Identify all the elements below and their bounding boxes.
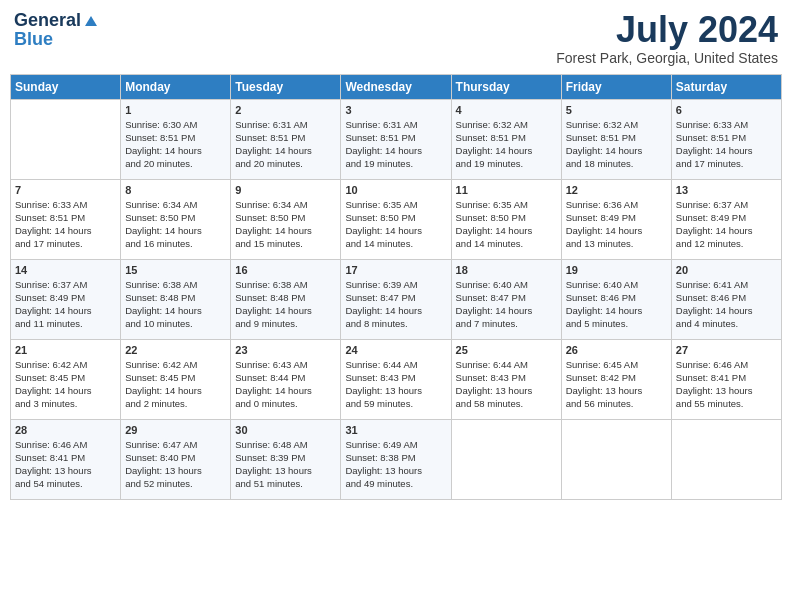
day-info: Sunrise: 6:36 AM Sunset: 8:49 PM Dayligh… xyxy=(566,198,667,251)
header-thursday: Thursday xyxy=(451,74,561,99)
day-number: 29 xyxy=(125,424,226,436)
day-info: Sunrise: 6:48 AM Sunset: 8:39 PM Dayligh… xyxy=(235,438,336,491)
week-row-1: 7Sunrise: 6:33 AM Sunset: 8:51 PM Daylig… xyxy=(11,179,782,259)
week-row-4: 28Sunrise: 6:46 AM Sunset: 8:41 PM Dayli… xyxy=(11,419,782,499)
day-number: 3 xyxy=(345,104,446,116)
logo-line2: Blue xyxy=(14,29,53,50)
calendar-cell: 11Sunrise: 6:35 AM Sunset: 8:50 PM Dayli… xyxy=(451,179,561,259)
calendar-cell: 10Sunrise: 6:35 AM Sunset: 8:50 PM Dayli… xyxy=(341,179,451,259)
calendar-cell: 17Sunrise: 6:39 AM Sunset: 8:47 PM Dayli… xyxy=(341,259,451,339)
day-number: 11 xyxy=(456,184,557,196)
day-number: 27 xyxy=(676,344,777,356)
calendar-cell: 26Sunrise: 6:45 AM Sunset: 8:42 PM Dayli… xyxy=(561,339,671,419)
title-block: July 2024 Forest Park, Georgia, United S… xyxy=(556,10,778,66)
day-info: Sunrise: 6:32 AM Sunset: 8:51 PM Dayligh… xyxy=(566,118,667,171)
calendar-cell: 24Sunrise: 6:44 AM Sunset: 8:43 PM Dayli… xyxy=(341,339,451,419)
day-info: Sunrise: 6:35 AM Sunset: 8:50 PM Dayligh… xyxy=(345,198,446,251)
day-number: 25 xyxy=(456,344,557,356)
calendar-cell: 5Sunrise: 6:32 AM Sunset: 8:51 PM Daylig… xyxy=(561,99,671,179)
svg-marker-0 xyxy=(85,16,97,26)
week-row-0: 1Sunrise: 6:30 AM Sunset: 8:51 PM Daylig… xyxy=(11,99,782,179)
calendar-cell: 29Sunrise: 6:47 AM Sunset: 8:40 PM Dayli… xyxy=(121,419,231,499)
calendar-cell: 7Sunrise: 6:33 AM Sunset: 8:51 PM Daylig… xyxy=(11,179,121,259)
day-info: Sunrise: 6:41 AM Sunset: 8:46 PM Dayligh… xyxy=(676,278,777,331)
day-number: 20 xyxy=(676,264,777,276)
calendar-cell: 15Sunrise: 6:38 AM Sunset: 8:48 PM Dayli… xyxy=(121,259,231,339)
calendar-cell: 20Sunrise: 6:41 AM Sunset: 8:46 PM Dayli… xyxy=(671,259,781,339)
calendar-cell: 12Sunrise: 6:36 AM Sunset: 8:49 PM Dayli… xyxy=(561,179,671,259)
day-number: 13 xyxy=(676,184,777,196)
day-number: 16 xyxy=(235,264,336,276)
day-info: Sunrise: 6:33 AM Sunset: 8:51 PM Dayligh… xyxy=(15,198,116,251)
calendar-cell: 23Sunrise: 6:43 AM Sunset: 8:44 PM Dayli… xyxy=(231,339,341,419)
calendar-cell: 3Sunrise: 6:31 AM Sunset: 8:51 PM Daylig… xyxy=(341,99,451,179)
calendar-cell: 21Sunrise: 6:42 AM Sunset: 8:45 PM Dayli… xyxy=(11,339,121,419)
day-number: 30 xyxy=(235,424,336,436)
week-row-2: 14Sunrise: 6:37 AM Sunset: 8:49 PM Dayli… xyxy=(11,259,782,339)
calendar-table: SundayMondayTuesdayWednesdayThursdayFrid… xyxy=(10,74,782,500)
day-number: 14 xyxy=(15,264,116,276)
calendar-cell xyxy=(671,419,781,499)
day-info: Sunrise: 6:46 AM Sunset: 8:41 PM Dayligh… xyxy=(15,438,116,491)
day-number: 6 xyxy=(676,104,777,116)
calendar-cell: 6Sunrise: 6:33 AM Sunset: 8:51 PM Daylig… xyxy=(671,99,781,179)
day-number: 19 xyxy=(566,264,667,276)
month-title: July 2024 xyxy=(556,10,778,50)
day-number: 23 xyxy=(235,344,336,356)
calendar-cell: 9Sunrise: 6:34 AM Sunset: 8:50 PM Daylig… xyxy=(231,179,341,259)
day-info: Sunrise: 6:32 AM Sunset: 8:51 PM Dayligh… xyxy=(456,118,557,171)
header-tuesday: Tuesday xyxy=(231,74,341,99)
day-number: 1 xyxy=(125,104,226,116)
day-number: 31 xyxy=(345,424,446,436)
calendar-cell: 13Sunrise: 6:37 AM Sunset: 8:49 PM Dayli… xyxy=(671,179,781,259)
day-info: Sunrise: 6:46 AM Sunset: 8:41 PM Dayligh… xyxy=(676,358,777,411)
day-number: 21 xyxy=(15,344,116,356)
logo-line1: General xyxy=(14,10,100,31)
calendar-cell: 27Sunrise: 6:46 AM Sunset: 8:41 PM Dayli… xyxy=(671,339,781,419)
calendar-cell: 25Sunrise: 6:44 AM Sunset: 8:43 PM Dayli… xyxy=(451,339,561,419)
day-info: Sunrise: 6:44 AM Sunset: 8:43 PM Dayligh… xyxy=(345,358,446,411)
calendar-cell xyxy=(561,419,671,499)
day-info: Sunrise: 6:43 AM Sunset: 8:44 PM Dayligh… xyxy=(235,358,336,411)
day-number: 15 xyxy=(125,264,226,276)
day-info: Sunrise: 6:38 AM Sunset: 8:48 PM Dayligh… xyxy=(235,278,336,331)
page-header: General Blue July 2024 Forest Park, Geor… xyxy=(10,10,782,66)
calendar-cell: 19Sunrise: 6:40 AM Sunset: 8:46 PM Dayli… xyxy=(561,259,671,339)
header-sunday: Sunday xyxy=(11,74,121,99)
day-info: Sunrise: 6:42 AM Sunset: 8:45 PM Dayligh… xyxy=(125,358,226,411)
day-info: Sunrise: 6:47 AM Sunset: 8:40 PM Dayligh… xyxy=(125,438,226,491)
calendar-cell xyxy=(11,99,121,179)
day-info: Sunrise: 6:40 AM Sunset: 8:47 PM Dayligh… xyxy=(456,278,557,331)
day-info: Sunrise: 6:34 AM Sunset: 8:50 PM Dayligh… xyxy=(235,198,336,251)
day-number: 8 xyxy=(125,184,226,196)
day-info: Sunrise: 6:42 AM Sunset: 8:45 PM Dayligh… xyxy=(15,358,116,411)
location: Forest Park, Georgia, United States xyxy=(556,50,778,66)
day-number: 4 xyxy=(456,104,557,116)
header-wednesday: Wednesday xyxy=(341,74,451,99)
day-number: 17 xyxy=(345,264,446,276)
day-info: Sunrise: 6:37 AM Sunset: 8:49 PM Dayligh… xyxy=(15,278,116,331)
day-info: Sunrise: 6:33 AM Sunset: 8:51 PM Dayligh… xyxy=(676,118,777,171)
day-info: Sunrise: 6:44 AM Sunset: 8:43 PM Dayligh… xyxy=(456,358,557,411)
day-number: 5 xyxy=(566,104,667,116)
day-number: 26 xyxy=(566,344,667,356)
calendar-cell xyxy=(451,419,561,499)
day-info: Sunrise: 6:37 AM Sunset: 8:49 PM Dayligh… xyxy=(676,198,777,251)
day-info: Sunrise: 6:30 AM Sunset: 8:51 PM Dayligh… xyxy=(125,118,226,171)
calendar-cell: 4Sunrise: 6:32 AM Sunset: 8:51 PM Daylig… xyxy=(451,99,561,179)
calendar-cell: 14Sunrise: 6:37 AM Sunset: 8:49 PM Dayli… xyxy=(11,259,121,339)
day-info: Sunrise: 6:34 AM Sunset: 8:50 PM Dayligh… xyxy=(125,198,226,251)
day-info: Sunrise: 6:31 AM Sunset: 8:51 PM Dayligh… xyxy=(235,118,336,171)
day-number: 18 xyxy=(456,264,557,276)
day-info: Sunrise: 6:35 AM Sunset: 8:50 PM Dayligh… xyxy=(456,198,557,251)
header-friday: Friday xyxy=(561,74,671,99)
day-number: 22 xyxy=(125,344,226,356)
day-number: 2 xyxy=(235,104,336,116)
day-number: 24 xyxy=(345,344,446,356)
day-number: 7 xyxy=(15,184,116,196)
calendar-cell: 22Sunrise: 6:42 AM Sunset: 8:45 PM Dayli… xyxy=(121,339,231,419)
header-saturday: Saturday xyxy=(671,74,781,99)
logo-icon xyxy=(82,12,100,30)
calendar-cell: 8Sunrise: 6:34 AM Sunset: 8:50 PM Daylig… xyxy=(121,179,231,259)
calendar-cell: 1Sunrise: 6:30 AM Sunset: 8:51 PM Daylig… xyxy=(121,99,231,179)
